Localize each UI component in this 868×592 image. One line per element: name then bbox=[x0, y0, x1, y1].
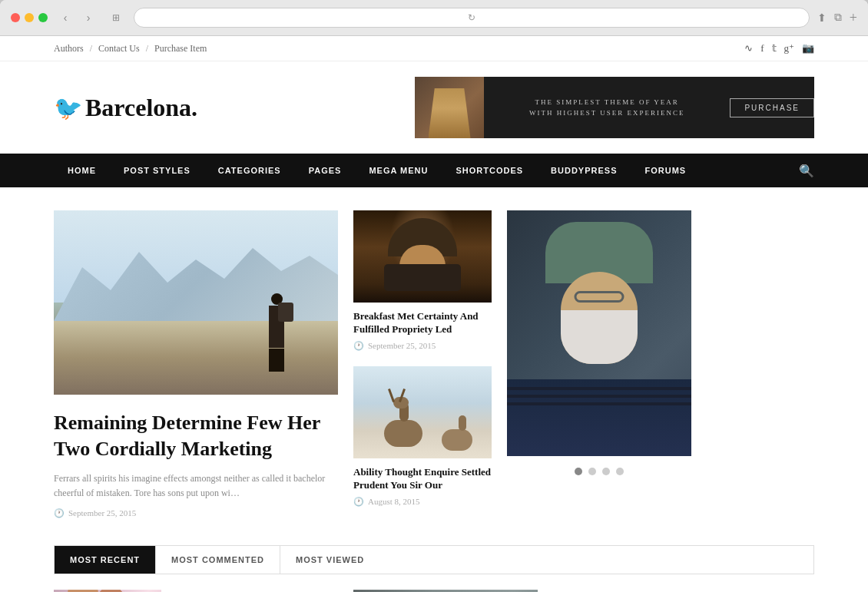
main-content: Remaining Determine Few Her Two Cordiall… bbox=[0, 187, 868, 545]
bottom-post: Exquisite Admitting Cordially September … bbox=[54, 590, 338, 592]
nav-mega-menu[interactable]: MEGA MENU bbox=[355, 154, 442, 187]
social-icons: ∿ f 𝕥 g⁺ 📷 bbox=[744, 42, 814, 55]
separator-2: / bbox=[146, 43, 148, 55]
refresh-icon: ↻ bbox=[468, 12, 475, 24]
slider-dot-3[interactable] bbox=[602, 468, 610, 475]
nav-categories[interactable]: CATEGORIES bbox=[204, 154, 295, 187]
purchase-button[interactable]: PURCHASE bbox=[730, 98, 814, 117]
slider-dot-4[interactable] bbox=[616, 468, 624, 475]
featured-date: 🕐 September 25, 2015 bbox=[54, 508, 338, 518]
bottom-section: MOST RECENT MOST COMMENTED MOST VIEWED bbox=[0, 545, 868, 592]
person-silhouette bbox=[269, 293, 284, 372]
nav-pages[interactable]: PAGES bbox=[295, 154, 356, 187]
window-icon[interactable]: ⧉ bbox=[834, 12, 842, 25]
close-dot[interactable] bbox=[11, 13, 20, 22]
tabs-bar: MOST RECENT MOST COMMENTED MOST VIEWED bbox=[54, 545, 814, 574]
page-wrapper: Authors / Contact Us / Purchase Item ∿ f… bbox=[0, 36, 868, 592]
nav-shortcodes[interactable]: SHORTCODES bbox=[442, 154, 537, 187]
small-post-img-1[interactable] bbox=[353, 210, 492, 303]
nav-post-styles[interactable]: POST STYLES bbox=[110, 154, 204, 187]
coffee-image[interactable] bbox=[353, 590, 538, 592]
small-post-title-1[interactable]: Breakfast Met Certainty And Fulfilled Pr… bbox=[353, 310, 492, 336]
browser-actions: ⬆ ⧉ bbox=[817, 12, 842, 25]
featured-img-bg bbox=[54, 210, 338, 395]
top-nav: Authors / Contact Us / Purchase Item bbox=[54, 43, 207, 55]
nav-home[interactable]: HOME bbox=[54, 154, 110, 187]
featured-image[interactable] bbox=[54, 210, 338, 395]
featured-excerpt: Ferrars all spirits his imagine effects … bbox=[54, 471, 338, 501]
nav-arrows: ‹ › bbox=[55, 10, 98, 25]
slider-dots bbox=[507, 468, 691, 475]
man-face bbox=[561, 272, 638, 364]
facebook-icon[interactable]: f bbox=[760, 42, 764, 55]
small-post-date-1: 🕐 September 25, 2015 bbox=[353, 341, 492, 351]
funny-people-bg bbox=[54, 590, 161, 592]
minimize-dot[interactable] bbox=[25, 13, 34, 22]
authors-link[interactable]: Authors bbox=[54, 43, 84, 55]
top-bar: Authors / Contact Us / Purchase Item ∿ f… bbox=[0, 36, 868, 61]
small-post-date-2: 🕐 August 8, 2015 bbox=[353, 497, 492, 507]
google-icon[interactable]: g⁺ bbox=[784, 42, 795, 55]
featured-post: Remaining Determine Few Her Two Cordiall… bbox=[54, 210, 338, 522]
slider-dot-1[interactable] bbox=[575, 468, 582, 475]
rss-icon[interactable]: ∿ bbox=[744, 42, 753, 55]
man-sweater bbox=[507, 379, 691, 456]
small-post-title-2[interactable]: Ability Thought Enquire Settled Prudent … bbox=[353, 466, 492, 492]
tabs-button[interactable]: ⊞ bbox=[106, 10, 126, 25]
separator-1: / bbox=[90, 43, 92, 55]
bottom-thumb[interactable] bbox=[54, 590, 161, 592]
logo[interactable]: 🐦 Barcelona. bbox=[54, 94, 197, 122]
nav-forums[interactable]: FORUMS bbox=[631, 154, 701, 187]
silhouette-body bbox=[269, 306, 284, 348]
small-post-2: Ability Thought Enquire Settled Prudent … bbox=[353, 366, 492, 507]
banner-text-area: THE SIMPLEST THEME OF YEAR WITH HIGHEST … bbox=[484, 97, 730, 119]
beard-man-bg bbox=[507, 210, 691, 456]
new-tab-button[interactable]: + bbox=[850, 10, 857, 26]
post-img-man bbox=[353, 210, 492, 303]
forward-button[interactable]: › bbox=[78, 10, 98, 25]
banner-tagline: THE SIMPLEST THEME OF YEAR WITH HIGHEST … bbox=[529, 97, 685, 119]
tab-most-viewed[interactable]: MOST VIEWED bbox=[280, 546, 379, 574]
small-post-img-2[interactable] bbox=[353, 366, 492, 458]
tab-most-recent[interactable]: MOST RECENT bbox=[55, 546, 156, 574]
lamp-decoration bbox=[415, 77, 484, 138]
small-post-1: Breakfast Met Certainty And Fulfilled Pr… bbox=[353, 210, 492, 351]
back-button[interactable]: ‹ bbox=[55, 10, 75, 25]
slider-image[interactable] bbox=[507, 210, 691, 456]
logo-text: Barcelona. bbox=[85, 94, 197, 122]
maximize-dot[interactable] bbox=[38, 13, 48, 22]
main-nav: HOME POST STYLES CATEGORIES PAGES MEGA M… bbox=[0, 154, 868, 187]
browser-chrome: ‹ › ⊞ ↻ ⬆ ⧉ + bbox=[0, 0, 868, 36]
address-bar[interactable]: ↻ bbox=[134, 8, 810, 28]
middle-posts: Breakfast Met Certainty And Fulfilled Pr… bbox=[353, 210, 492, 522]
slider-dot-2[interactable] bbox=[588, 468, 596, 475]
clock-icon-3: 🕐 bbox=[353, 497, 364, 507]
bottom-post-title[interactable]: Exquisite Admitting Cordially September … bbox=[173, 590, 338, 592]
nav-buddypress[interactable]: BUDDYPRESS bbox=[537, 154, 631, 187]
tab-most-commented[interactable]: MOST COMMENTED bbox=[156, 546, 280, 574]
advertisement-banner[interactable]: THE SIMPLEST THEME OF YEAR WITH HIGHEST … bbox=[415, 77, 814, 138]
clock-icon-2: 🕐 bbox=[353, 341, 364, 351]
post-img-deer bbox=[353, 366, 492, 458]
clock-icon: 🕐 bbox=[54, 508, 65, 518]
nav-items: HOME POST STYLES CATEGORIES PAGES MEGA M… bbox=[54, 154, 799, 187]
lamp-shape bbox=[429, 88, 471, 138]
featured-title[interactable]: Remaining Determine Few Her Two Cordiall… bbox=[54, 410, 338, 462]
contact-link[interactable]: Contact Us bbox=[98, 43, 140, 55]
bottom-post-content: Exquisite Admitting Cordially September … bbox=[173, 590, 338, 592]
ground-bg bbox=[54, 321, 338, 395]
silhouette-legs bbox=[269, 349, 284, 372]
bottom-right bbox=[353, 590, 814, 592]
logo-icon: 🐦 bbox=[54, 94, 82, 121]
twitter-icon[interactable]: 𝕥 bbox=[772, 42, 777, 55]
share-icon[interactable]: ⬆ bbox=[817, 12, 827, 25]
search-icon[interactable]: 🔍 bbox=[799, 164, 814, 178]
purchase-link[interactable]: Purchase Item bbox=[154, 43, 207, 55]
coffee-bg bbox=[353, 590, 538, 592]
browser-window: ‹ › ⊞ ↻ ⬆ ⧉ + Authors / Contact Us / Pur… bbox=[0, 0, 868, 592]
man-beard bbox=[561, 310, 638, 364]
header: 🐦 Barcelona. THE SIMPLEST THEME OF YEAR … bbox=[0, 61, 868, 154]
silhouette-backpack bbox=[278, 303, 293, 322]
bottom-row: Exquisite Admitting Cordially September … bbox=[54, 590, 814, 592]
instagram-icon[interactable]: 📷 bbox=[802, 42, 814, 55]
